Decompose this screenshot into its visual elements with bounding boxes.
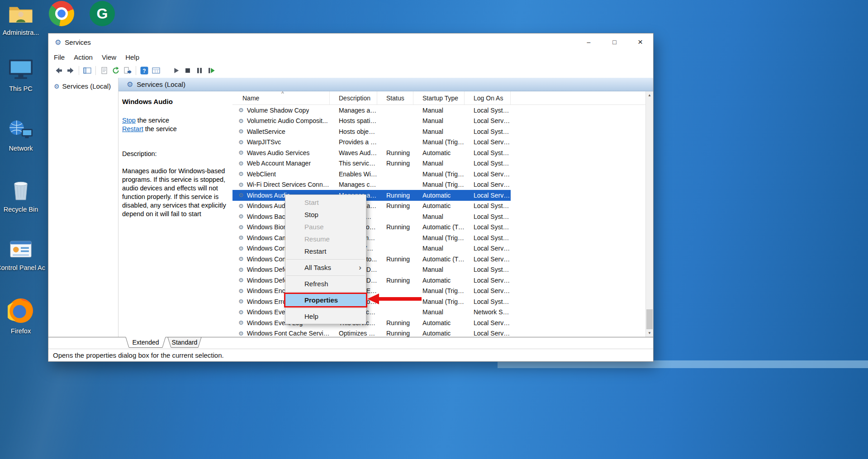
menu-action[interactable]: Action	[69, 52, 97, 62]
cell-log-on-as: Local Service	[465, 277, 511, 284]
toolbar-separator	[95, 66, 96, 75]
back-button[interactable]	[53, 65, 65, 76]
menu-view[interactable]: View	[97, 52, 121, 62]
stop-service-button[interactable]	[182, 65, 194, 76]
gear-icon: ⚙	[238, 266, 244, 273]
cell-startup-type: Automatic	[413, 277, 465, 284]
cell-log-on-as: Local Service	[465, 192, 511, 199]
cell-startup-type: Manual (Trigg...	[413, 234, 465, 241]
vertical-scrollbar[interactable]: ▲ ▼	[645, 91, 653, 337]
tab-standard[interactable]: Standard	[168, 337, 201, 348]
service-row[interactable]: ⚙Windows Event LogThis service ...Runnin…	[232, 317, 511, 328]
cell-log-on-as: Local System	[465, 160, 511, 167]
cell-log-on-as: Local System	[465, 202, 511, 209]
column-header-log-on-as[interactable]: Log On As	[465, 91, 511, 104]
service-row[interactable]: ⚙Windows Defender Advanc...Windows De...…	[232, 265, 511, 275]
desktop-icon-recycle-bin[interactable]: Recycle Bin	[0, 178, 42, 213]
cell-name: ⚙Windows Font Cache Service	[232, 330, 330, 337]
menu-help[interactable]: Help	[121, 52, 144, 62]
menu-item-label: Refresh	[304, 280, 328, 288]
menu-file[interactable]: File	[54, 52, 69, 62]
cell-log-on-as: Local Service	[465, 245, 511, 252]
cell-startup-type: Automatic	[413, 330, 465, 337]
tab-extended[interactable]: Extended	[126, 337, 166, 348]
scroll-up-icon[interactable]: ▲	[646, 91, 653, 99]
restart-service-link[interactable]: Restart	[122, 125, 143, 132]
cell-startup-type: Manual	[413, 117, 465, 124]
tree-item-services-local[interactable]: ⚙ Services (Local)	[48, 82, 118, 90]
gear-icon: ⚙	[238, 118, 244, 124]
service-row[interactable]: ⚙Windows Biometric ServiceThe Window...R…	[232, 222, 511, 233]
menu-separator	[286, 308, 365, 308]
desktop-icon-chrome[interactable]	[47, 1, 76, 28]
service-row[interactable]: ⚙Windows BackupProvides Wi...ManualLocal…	[232, 211, 511, 222]
help-button[interactable]: ?	[138, 65, 150, 76]
service-row[interactable]: ⚙Windows Camera Frame Se...Enables mul..…	[232, 232, 511, 243]
desktop-icon-network[interactable]: Network	[0, 118, 42, 152]
menu-item-restart[interactable]: Restart	[285, 245, 366, 257]
desktop-icon-control-panel[interactable]: Control Panel Ac	[0, 238, 42, 271]
desktop: Administra... G This PC	[0, 0, 868, 459]
service-row[interactable]: ⚙Windows Event CollectorThis service ...…	[232, 307, 511, 318]
menu-item-stop[interactable]: Stop	[285, 208, 366, 221]
wallpaper-beam	[498, 360, 868, 368]
service-row[interactable]: ⚙Waves Audio ServicesWaves Audi...Runnin…	[232, 147, 511, 158]
service-row[interactable]: ⚙Wi-Fi Direct Services Connec...Manages …	[232, 180, 511, 190]
service-row[interactable]: ⚙Windows AudioManages au...RunningAutoma…	[232, 190, 511, 201]
minimize-button[interactable]: –	[576, 33, 602, 51]
stop-service-link[interactable]: Stop	[122, 117, 136, 124]
scrollbar-thumb[interactable]	[646, 309, 653, 329]
console-tree-toggle-button[interactable]	[81, 65, 93, 76]
cell-description: Manages co...	[330, 181, 377, 188]
service-row[interactable]: ⚙Windows Font Cache ServiceOptimizes p..…	[232, 328, 511, 337]
desktop-icon-firefox[interactable]: Firefox	[0, 298, 42, 335]
menu-separator	[286, 292, 365, 292]
computer-icon	[7, 58, 34, 83]
desktop-icon-label: Control Panel Ac	[0, 264, 45, 271]
menu-item-properties[interactable]: Properties	[285, 294, 366, 306]
forward-button[interactable]	[65, 65, 76, 76]
desktop-icon-g-app[interactable]: G	[88, 1, 117, 28]
sort-ascending-icon: ^	[281, 91, 284, 97]
service-row[interactable]: ⚙Windows Connection Mana...Makes auto...…	[232, 254, 511, 265]
service-row[interactable]: ⚙WarpJITSvcProvides a JI...Manual (Trigg…	[232, 137, 511, 148]
menu-item-label: Help	[304, 312, 318, 320]
menu-item-refresh[interactable]: Refresh	[285, 278, 366, 290]
service-row[interactable]: ⚙Windows Defender FirewallWindows De...R…	[232, 275, 511, 286]
properties-button[interactable]	[98, 65, 110, 76]
close-button[interactable]: ×	[627, 33, 653, 51]
cell-name: ⚙Volume Shadow Copy	[232, 107, 330, 114]
service-row[interactable]: ⚙Web Account ManagerThis service i...Run…	[232, 158, 511, 169]
maximize-button[interactable]: □	[602, 33, 627, 51]
refresh-button[interactable]	[110, 65, 122, 76]
column-header-name[interactable]: Name ^	[232, 91, 330, 104]
desktop-icon-this-pc[interactable]: This PC	[0, 58, 42, 92]
service-row[interactable]: ⚙Volumetric Audio Composit...Hosts spati…	[232, 116, 511, 127]
column-header-status[interactable]: Status	[377, 91, 413, 104]
desktop-icon-label: Recycle Bin	[4, 206, 38, 213]
column-header-description[interactable]: Description	[330, 91, 377, 104]
column-header-startup-type[interactable]: Startup Type	[413, 91, 465, 104]
desktop-icon-administrator[interactable]: Administra...	[0, 3, 42, 36]
tab-strip-line	[48, 337, 122, 337]
menu-separator	[286, 259, 365, 260]
gear-icon: ⚙	[238, 160, 244, 167]
cell-description: Manages an...	[330, 107, 377, 114]
service-row[interactable]: ⚙Volume Shadow CopyManages an...ManualLo…	[232, 105, 511, 116]
restart-service-button[interactable]	[205, 65, 217, 76]
service-row[interactable]: ⚙WalletServiceHosts object...ManualLocal…	[232, 126, 511, 137]
service-row[interactable]: ⚙Windows Connect Now - C...WCNCSVC h...M…	[232, 243, 511, 254]
pause-service-button[interactable]	[194, 65, 205, 76]
gear-icon: ⚙	[238, 128, 244, 135]
status-text: Opens the properties dialog box for the …	[53, 351, 224, 359]
service-row[interactable]: ⚙Windows Audio Endpoint Bu...Manages au.…	[232, 201, 511, 212]
columns-button[interactable]	[150, 65, 162, 76]
export-list-button[interactable]	[122, 65, 133, 76]
menu-item-help[interactable]: Help	[285, 310, 366, 322]
service-row[interactable]: ⚙WebClientEnables Win...Manual (Trigg...…	[232, 169, 511, 180]
cell-status: Running	[377, 223, 413, 231]
start-service-button[interactable]	[170, 65, 182, 76]
menu-item-all-tasks[interactable]: All Tasks›	[285, 261, 366, 274]
scroll-down-icon[interactable]: ▼	[646, 329, 653, 337]
cell-description: Waves Audi...	[330, 149, 377, 156]
